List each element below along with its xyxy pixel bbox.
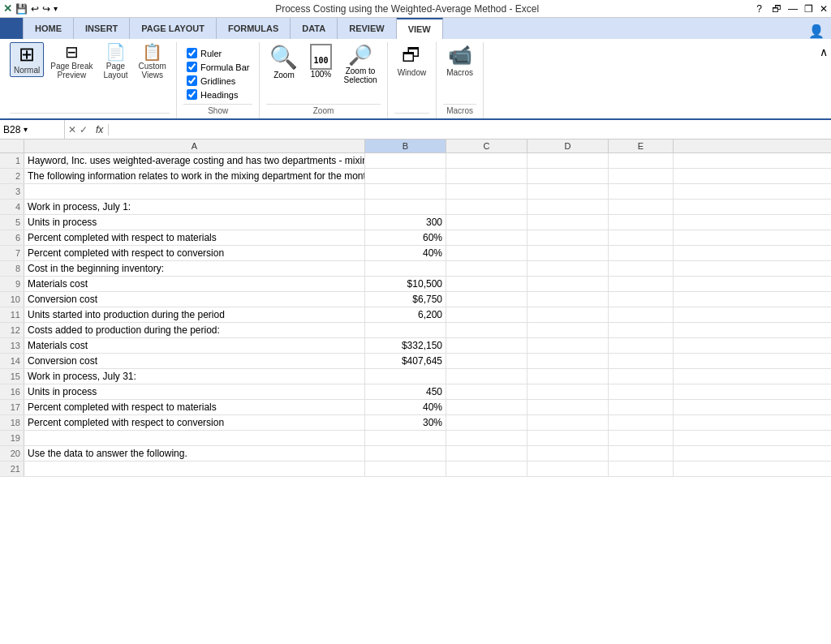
- cell-c2[interactable]: [446, 169, 527, 183]
- cell-b2[interactable]: [365, 169, 446, 183]
- zoom-100-button[interactable]: 100 100%: [306, 42, 335, 80]
- cell-e17[interactable]: [609, 400, 674, 414]
- cell-e7[interactable]: [609, 246, 674, 260]
- cell-a7[interactable]: Percent completed with respect to conver…: [24, 246, 365, 260]
- cell-a16[interactable]: Units in process: [24, 384, 365, 399]
- cell-a3[interactable]: [24, 184, 365, 199]
- tab-view[interactable]: VIEW: [397, 18, 443, 39]
- cell-d20[interactable]: [527, 446, 609, 461]
- cell-e18[interactable]: [609, 415, 674, 430]
- cell-b9[interactable]: $10,500: [365, 277, 446, 291]
- cancel-formula-button[interactable]: ✕: [68, 124, 76, 135]
- tab-home[interactable]: HOME: [24, 18, 74, 39]
- cell-c7[interactable]: [446, 246, 527, 260]
- cell-e8[interactable]: [609, 261, 674, 276]
- cell-e9[interactable]: [609, 277, 674, 291]
- cell-e12[interactable]: [609, 323, 674, 337]
- ruler-checkbox-label[interactable]: Ruler: [183, 47, 253, 59]
- cell-c14[interactable]: [446, 354, 527, 368]
- tab-page-layout[interactable]: PAGE LAYOUT: [130, 18, 217, 39]
- cell-c20[interactable]: [446, 446, 527, 461]
- col-header-a[interactable]: A: [24, 140, 365, 152]
- ribbon-collapse[interactable]: ∧: [816, 42, 831, 118]
- cell-b5[interactable]: 300: [365, 215, 446, 230]
- cell-e10[interactable]: [609, 292, 674, 307]
- cell-b21[interactable]: [365, 462, 446, 476]
- cell-b16[interactable]: 450: [365, 384, 446, 399]
- cell-a19[interactable]: [24, 431, 365, 445]
- custom-views-button[interactable]: 📋 CustomViews: [136, 42, 170, 81]
- cell-d7[interactable]: [527, 246, 609, 260]
- cell-c19[interactable]: [446, 431, 527, 445]
- maximize-button[interactable]: ❐: [804, 3, 813, 15]
- cell-e2[interactable]: [609, 169, 674, 183]
- cell-a2[interactable]: The following information relates to wor…: [24, 169, 365, 183]
- cell-c15[interactable]: [446, 369, 527, 384]
- cell-a11[interactable]: Units started into production during the…: [24, 307, 365, 322]
- cell-b18[interactable]: 30%: [365, 415, 446, 430]
- gridlines-checkbox-label[interactable]: Gridlines: [183, 75, 253, 87]
- page-layout-button[interactable]: 📄 PageLayout: [100, 42, 132, 81]
- cell-e5[interactable]: [609, 215, 674, 230]
- cell-c3[interactable]: [446, 184, 527, 199]
- cell-c9[interactable]: [446, 277, 527, 291]
- tab-formulas[interactable]: FORMULAS: [217, 18, 291, 39]
- cell-a12[interactable]: Costs added to production during the per…: [24, 323, 365, 337]
- cell-b17[interactable]: 40%: [365, 400, 446, 414]
- tab-review[interactable]: REVIEW: [338, 18, 396, 39]
- cell-b10[interactable]: $6,750: [365, 292, 446, 307]
- tab-file[interactable]: [0, 18, 24, 39]
- minimize-button[interactable]: —: [788, 3, 798, 15]
- cell-c10[interactable]: [446, 292, 527, 307]
- cell-e15[interactable]: [609, 369, 674, 384]
- cell-d5[interactable]: [527, 215, 609, 230]
- col-header-b[interactable]: B: [365, 140, 446, 152]
- cell-d11[interactable]: [527, 307, 609, 322]
- cell-d21[interactable]: [527, 462, 609, 476]
- cell-d17[interactable]: [527, 400, 609, 414]
- col-header-d[interactable]: D: [527, 140, 609, 152]
- headings-checkbox[interactable]: [187, 89, 197, 100]
- tab-data[interactable]: DATA: [291, 18, 338, 39]
- cell-a1[interactable]: Hayword, Inc. uses weighted-average cost…: [24, 153, 365, 168]
- sign-in-area[interactable]: 👤: [443, 24, 831, 39]
- cell-c17[interactable]: [446, 400, 527, 414]
- name-box-dropdown[interactable]: ▾: [24, 125, 28, 134]
- cell-d4[interactable]: [527, 200, 609, 214]
- cell-c21[interactable]: [446, 462, 527, 476]
- cell-b11[interactable]: 6,200: [365, 307, 446, 322]
- cell-d3[interactable]: [527, 184, 609, 199]
- cell-a21[interactable]: [24, 462, 365, 476]
- cell-a15[interactable]: Work in process, July 31:: [24, 369, 365, 384]
- cell-c5[interactable]: [446, 215, 527, 230]
- cell-e11[interactable]: [609, 307, 674, 322]
- gridlines-checkbox[interactable]: [187, 75, 197, 86]
- cell-c4[interactable]: [446, 200, 527, 214]
- cell-d2[interactable]: [527, 169, 609, 183]
- cell-e1[interactable]: [609, 153, 674, 168]
- cell-a14[interactable]: Conversion cost: [24, 354, 365, 368]
- cell-c13[interactable]: [446, 338, 527, 353]
- window-button[interactable]: 🗗 Window: [394, 42, 430, 79]
- redo-icon[interactable]: ↪: [42, 3, 50, 15]
- cell-a13[interactable]: Materials cost: [24, 338, 365, 353]
- cell-a8[interactable]: Cost in the beginning inventory:: [24, 261, 365, 276]
- headings-checkbox-label[interactable]: Headings: [183, 88, 253, 101]
- cell-b8[interactable]: [365, 261, 446, 276]
- zoom-selection-button[interactable]: 🔎 Zoom toSelection: [340, 42, 380, 86]
- tab-insert[interactable]: INSERT: [74, 18, 130, 39]
- cell-e6[interactable]: [609, 230, 674, 245]
- cell-d10[interactable]: [527, 292, 609, 307]
- cell-a6[interactable]: Percent completed with respect to materi…: [24, 230, 365, 245]
- cell-b14[interactable]: $407,645: [365, 354, 446, 368]
- close-button[interactable]: ✕: [820, 3, 828, 15]
- cell-e3[interactable]: [609, 184, 674, 199]
- formula-bar-checkbox-label[interactable]: Formula Bar: [183, 61, 253, 73]
- cell-b1[interactable]: [365, 153, 446, 168]
- help-button[interactable]: ?: [756, 3, 762, 15]
- cell-a10[interactable]: Conversion cost: [24, 292, 365, 307]
- cell-b15[interactable]: [365, 369, 446, 384]
- cell-b7[interactable]: 40%: [365, 246, 446, 260]
- cell-b3[interactable]: [365, 184, 446, 199]
- cell-c6[interactable]: [446, 230, 527, 245]
